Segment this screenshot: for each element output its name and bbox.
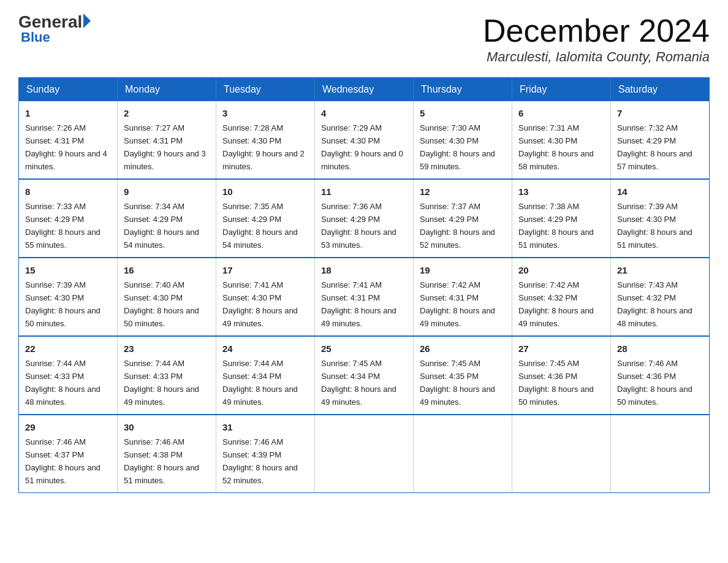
day-number: 22 <box>25 342 111 356</box>
day-sunset: Sunset: 4:39 PM <box>222 450 281 459</box>
day-sunset: Sunset: 4:36 PM <box>518 372 577 381</box>
day-daylight: Daylight: 8 hours and 51 minutes. <box>617 228 692 250</box>
day-number: 13 <box>518 185 604 199</box>
calendar-cell: 17Sunrise: 7:41 AMSunset: 4:30 PMDayligh… <box>216 258 315 336</box>
day-daylight: Daylight: 8 hours and 49 minutes. <box>420 306 495 328</box>
day-number: 12 <box>420 185 506 199</box>
day-number: 9 <box>124 185 210 199</box>
day-daylight: Daylight: 8 hours and 50 minutes. <box>124 306 199 328</box>
day-sunrise: Sunrise: 7:31 AM <box>518 123 579 132</box>
day-number: 24 <box>222 342 308 356</box>
day-sunrise: Sunrise: 7:42 AM <box>518 280 579 289</box>
day-sunrise: Sunrise: 7:43 AM <box>617 280 678 289</box>
day-number: 23 <box>124 342 210 356</box>
day-sunrise: Sunrise: 7:45 AM <box>321 359 382 368</box>
day-sunrise: Sunrise: 7:39 AM <box>25 280 86 289</box>
day-number: 14 <box>617 185 703 199</box>
day-sunset: Sunset: 4:31 PM <box>321 293 380 302</box>
day-sunrise: Sunrise: 7:46 AM <box>124 437 184 446</box>
day-daylight: Daylight: 8 hours and 49 minutes. <box>321 306 396 328</box>
day-of-week-header: Monday <box>118 78 216 102</box>
day-daylight: Daylight: 8 hours and 49 minutes. <box>518 306 594 328</box>
day-number: 29 <box>25 420 111 434</box>
day-daylight: Daylight: 8 hours and 51 minutes. <box>124 463 199 485</box>
calendar-cell: 30Sunrise: 7:46 AMSunset: 4:38 PMDayligh… <box>118 415 216 492</box>
day-daylight: Daylight: 8 hours and 49 minutes. <box>321 385 396 407</box>
calendar-cell: 4Sunrise: 7:29 AMSunset: 4:30 PMDaylight… <box>315 101 414 179</box>
calendar-cell: 22Sunrise: 7:44 AMSunset: 4:33 PMDayligh… <box>19 336 118 415</box>
day-daylight: Daylight: 8 hours and 51 minutes. <box>518 228 594 250</box>
day-daylight: Daylight: 9 hours and 0 minutes. <box>321 149 403 171</box>
day-sunset: Sunset: 4:33 PM <box>124 372 183 381</box>
calendar-cell: 31Sunrise: 7:46 AMSunset: 4:39 PMDayligh… <box>216 415 315 492</box>
calendar-cell: 27Sunrise: 7:45 AMSunset: 4:36 PMDayligh… <box>512 336 611 415</box>
day-sunset: Sunset: 4:31 PM <box>124 136 183 145</box>
day-daylight: Daylight: 8 hours and 55 minutes. <box>25 228 100 250</box>
calendar-cell: 2Sunrise: 7:27 AMSunset: 4:31 PMDaylight… <box>118 101 216 179</box>
day-sunset: Sunset: 4:31 PM <box>420 293 479 302</box>
day-sunrise: Sunrise: 7:44 AM <box>222 359 283 368</box>
day-sunset: Sunset: 4:30 PM <box>518 136 577 145</box>
calendar-cell: 6Sunrise: 7:31 AMSunset: 4:30 PMDaylight… <box>512 101 611 179</box>
day-of-week-header: Friday <box>512 78 611 102</box>
day-daylight: Daylight: 8 hours and 58 minutes. <box>518 149 594 171</box>
day-sunset: Sunset: 4:34 PM <box>321 372 380 381</box>
calendar-week-row: 15Sunrise: 7:39 AMSunset: 4:30 PMDayligh… <box>19 258 710 336</box>
day-sunset: Sunset: 4:29 PM <box>321 215 380 224</box>
day-number: 30 <box>124 420 210 434</box>
calendar-week-row: 22Sunrise: 7:44 AMSunset: 4:33 PMDayligh… <box>19 336 710 415</box>
day-number: 21 <box>617 263 703 277</box>
day-number: 31 <box>222 420 308 434</box>
day-number: 17 <box>222 263 308 277</box>
day-sunrise: Sunrise: 7:34 AM <box>124 202 184 211</box>
day-of-week-header: Wednesday <box>315 78 414 102</box>
day-number: 5 <box>420 106 506 120</box>
day-daylight: Daylight: 8 hours and 53 minutes. <box>321 228 396 250</box>
location-title: Marculesti, Ialomita County, Romania <box>483 49 710 65</box>
day-sunrise: Sunrise: 7:38 AM <box>518 202 579 211</box>
calendar-week-row: 1Sunrise: 7:26 AMSunset: 4:31 PMDaylight… <box>19 101 710 179</box>
day-sunset: Sunset: 4:29 PM <box>25 215 84 224</box>
day-sunrise: Sunrise: 7:27 AM <box>124 123 184 132</box>
calendar-cell <box>611 415 710 492</box>
calendar-table: SundayMondayTuesdayWednesdayThursdayFrid… <box>18 77 710 493</box>
day-number: 4 <box>321 106 407 120</box>
day-sunset: Sunset: 4:29 PM <box>124 215 183 224</box>
day-sunset: Sunset: 4:29 PM <box>222 215 281 224</box>
day-sunrise: Sunrise: 7:28 AM <box>222 123 283 132</box>
day-daylight: Daylight: 8 hours and 49 minutes. <box>420 385 495 407</box>
day-sunrise: Sunrise: 7:44 AM <box>25 359 86 368</box>
day-sunrise: Sunrise: 7:39 AM <box>617 202 678 211</box>
calendar-header-row: SundayMondayTuesdayWednesdayThursdayFrid… <box>19 78 710 102</box>
day-of-week-header: Sunday <box>19 78 118 102</box>
day-number: 20 <box>518 263 604 277</box>
calendar-cell: 8Sunrise: 7:33 AMSunset: 4:29 PMDaylight… <box>19 179 118 258</box>
day-number: 16 <box>124 263 210 277</box>
day-sunset: Sunset: 4:38 PM <box>124 450 183 459</box>
day-number: 26 <box>420 342 506 356</box>
day-sunrise: Sunrise: 7:41 AM <box>222 280 283 289</box>
day-sunrise: Sunrise: 7:45 AM <box>420 359 480 368</box>
day-number: 7 <box>617 106 703 120</box>
calendar-cell: 16Sunrise: 7:40 AMSunset: 4:30 PMDayligh… <box>118 258 216 336</box>
day-sunrise: Sunrise: 7:46 AM <box>617 359 678 368</box>
day-number: 1 <box>25 106 111 120</box>
calendar-cell: 26Sunrise: 7:45 AMSunset: 4:35 PMDayligh… <box>414 336 512 415</box>
day-daylight: Daylight: 8 hours and 49 minutes. <box>124 385 199 407</box>
day-sunrise: Sunrise: 7:32 AM <box>617 123 678 132</box>
calendar-cell: 19Sunrise: 7:42 AMSunset: 4:31 PMDayligh… <box>414 258 512 336</box>
calendar-cell: 1Sunrise: 7:26 AMSunset: 4:31 PMDaylight… <box>19 101 118 179</box>
day-daylight: Daylight: 9 hours and 4 minutes. <box>25 149 107 171</box>
day-number: 2 <box>124 106 210 120</box>
day-sunrise: Sunrise: 7:26 AM <box>25 123 86 132</box>
calendar-cell: 28Sunrise: 7:46 AMSunset: 4:36 PMDayligh… <box>611 336 710 415</box>
day-daylight: Daylight: 8 hours and 50 minutes. <box>518 385 594 407</box>
day-of-week-header: Thursday <box>414 78 512 102</box>
day-sunrise: Sunrise: 7:35 AM <box>222 202 283 211</box>
logo-blue-text: Blue <box>21 29 50 45</box>
day-daylight: Daylight: 8 hours and 49 minutes. <box>222 385 298 407</box>
day-sunrise: Sunrise: 7:42 AM <box>420 280 480 289</box>
calendar-cell: 5Sunrise: 7:30 AMSunset: 4:30 PMDaylight… <box>414 101 512 179</box>
day-number: 27 <box>518 342 604 356</box>
day-sunrise: Sunrise: 7:44 AM <box>124 359 184 368</box>
